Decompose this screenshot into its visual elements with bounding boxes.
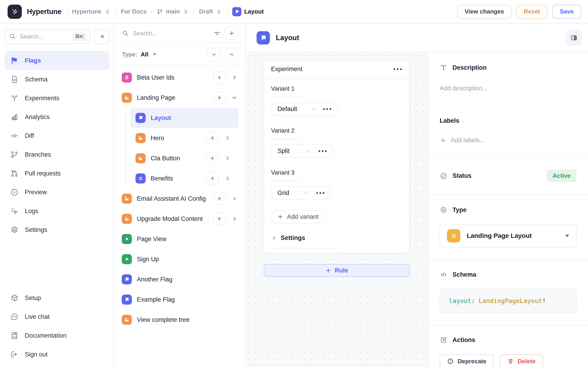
chevron-up-icon (229, 51, 235, 58)
tree-row-cta-button[interactable]: Cta Button (130, 148, 238, 168)
collapse-sidebar-button[interactable] (95, 29, 109, 44)
hypertune-logo-icon (8, 5, 22, 19)
chevron-right-icon[interactable] (231, 216, 238, 222)
chevron-down-icon[interactable] (231, 94, 238, 101)
chevron-down-icon (211, 51, 217, 58)
reset-button[interactable]: Reset (516, 5, 547, 19)
tree-row-benefits[interactable]: Benefits (130, 168, 238, 189)
tree-search-input[interactable]: Search... (133, 30, 209, 37)
view-changes-button[interactable]: View changes (457, 5, 511, 19)
chevron-right-icon[interactable] (231, 74, 238, 81)
sidebar-item-setup[interactable]: Setup (5, 289, 109, 307)
variant-menu-button[interactable] (323, 107, 332, 111)
experiment-card: Experiment Variant 1 Default (264, 60, 409, 253)
sidebar-item-logs[interactable]: Logs (5, 202, 109, 220)
add-flag-button[interactable] (225, 27, 238, 40)
delete-button[interactable]: Delete (500, 354, 543, 367)
sidebar-item-diff[interactable]: Diff (5, 126, 109, 145)
flag-bubble-icon (122, 274, 132, 284)
collapse-all-button[interactable] (207, 48, 221, 61)
add-child-button[interactable] (213, 192, 225, 205)
type-filter-value[interactable]: All (141, 51, 148, 58)
variant-value-dropdown[interactable]: Default (271, 102, 338, 116)
pull-request-icon (10, 169, 19, 178)
sidebar-item-label: Analytics (25, 114, 50, 121)
save-button[interactable]: Save (552, 5, 581, 19)
add-child-button[interactable] (206, 152, 219, 165)
play-icon (122, 234, 132, 244)
sidebar-item-live-chat[interactable]: Live chat (5, 307, 109, 326)
book-icon (10, 331, 19, 340)
sidebar-search-input[interactable]: Search... ⌘K (5, 29, 91, 44)
sidebar-item-branches[interactable]: Branches (5, 145, 109, 164)
chevron-right-icon[interactable] (224, 175, 232, 182)
gear-icon (10, 225, 19, 234)
brand-name: Hypertune (27, 8, 61, 16)
breadcrumb-separator: / (226, 8, 229, 15)
topbar-actions: View changes Reset Save (457, 5, 581, 19)
deprecate-button[interactable]: Deprecate (440, 354, 494, 367)
chevron-down-icon (310, 106, 317, 112)
expand-all-button[interactable] (225, 48, 238, 61)
experiment-menu-button[interactable] (393, 67, 402, 71)
tree-row-example-flag[interactable]: Example Flag (114, 290, 245, 310)
flag-type-dropdown[interactable]: Landing Page Layout (440, 224, 577, 248)
seal-alert-icon (447, 358, 454, 365)
variant-value-dropdown[interactable]: Split (271, 144, 334, 158)
add-rule-button[interactable]: Rule (264, 264, 409, 277)
sidebar-item-analytics[interactable]: Analytics (5, 108, 109, 126)
variant-value-dropdown[interactable]: Grid (271, 186, 331, 200)
sidebar-item-experiments[interactable]: Experiments (5, 89, 109, 108)
sidebar-item-sign-out[interactable]: Sign out (5, 345, 109, 364)
sidebar-item-label: Logs (25, 208, 38, 215)
add-child-button[interactable] (213, 92, 225, 104)
add-labels-field[interactable]: Add labels... (440, 137, 577, 144)
chevron-right-icon[interactable] (224, 135, 232, 141)
sidebar-item-settings[interactable]: Settings (5, 220, 109, 239)
add-child-button[interactable] (213, 71, 225, 84)
variant-menu-button[interactable] (316, 191, 325, 195)
contrast-icon (570, 34, 578, 42)
contrast-toggle-button[interactable] (566, 30, 582, 46)
sidebar-item-preview[interactable]: Preview (5, 183, 109, 202)
breadcrumb-separator: / (114, 8, 117, 15)
tree-row-page-view[interactable]: Page View (114, 229, 245, 249)
experiment-settings-toggle[interactable]: Settings (271, 234, 402, 242)
sidebar-item-label: Sign out (25, 351, 48, 358)
breadcrumb-page[interactable]: Layout (232, 7, 264, 16)
plus-icon (228, 30, 235, 37)
variant-block: Variant 3 Grid (271, 169, 402, 200)
variant-divider (271, 97, 302, 97)
tree-row-landing-page[interactable]: Landing Page (114, 88, 245, 108)
add-child-button[interactable] (206, 172, 219, 185)
sidebar-item-documentation[interactable]: Documentation (5, 326, 109, 345)
tree-row-beta-user-ids[interactable]: # Beta User Ids (114, 67, 245, 88)
breadcrumb-commit[interactable]: Draft (199, 8, 222, 15)
sidebar-item-pull-requests[interactable]: Pull requests (5, 164, 109, 183)
seal-check-icon (440, 172, 447, 180)
chevron-right-icon[interactable] (224, 155, 232, 161)
tree-row-hero[interactable]: Hero (130, 128, 238, 148)
add-variant-button[interactable]: Add variant (271, 210, 324, 223)
tree-row-sign-up[interactable]: Sign Up (114, 249, 245, 269)
sidebar-item-label: Settings (25, 226, 47, 234)
tree-row-another-flag[interactable]: Another Flag (114, 269, 245, 290)
breadcrumb-project[interactable]: Hypertune (72, 8, 111, 15)
chevron-right-icon[interactable] (231, 195, 238, 202)
filter-icon[interactable] (213, 29, 221, 37)
sidebar-item-schema[interactable]: Schema (5, 70, 109, 89)
breadcrumb-separator: / (65, 8, 68, 15)
add-description-field[interactable]: Add description... (440, 85, 577, 92)
tree-row-email-assistant-ai-config[interactable]: Email Assistant AI Config (114, 189, 245, 209)
add-child-button[interactable] (213, 213, 225, 225)
play-circle-icon (10, 188, 19, 197)
breadcrumb-space[interactable]: For Docs (121, 8, 147, 15)
tree-row-view-complete-tree[interactable]: View complete tree (114, 310, 245, 330)
variant-menu-button[interactable] (318, 149, 327, 153)
sidebar-item-flags[interactable]: Flags (5, 51, 109, 70)
tree-row-layout[interactable]: Layout (130, 108, 238, 128)
add-child-button[interactable] (206, 132, 219, 144)
tree-row-upgrade-modal-content[interactable]: Upgrade Modal Content (114, 209, 245, 229)
breadcrumb-branch[interactable]: main (157, 8, 189, 15)
plus-icon (440, 137, 447, 144)
